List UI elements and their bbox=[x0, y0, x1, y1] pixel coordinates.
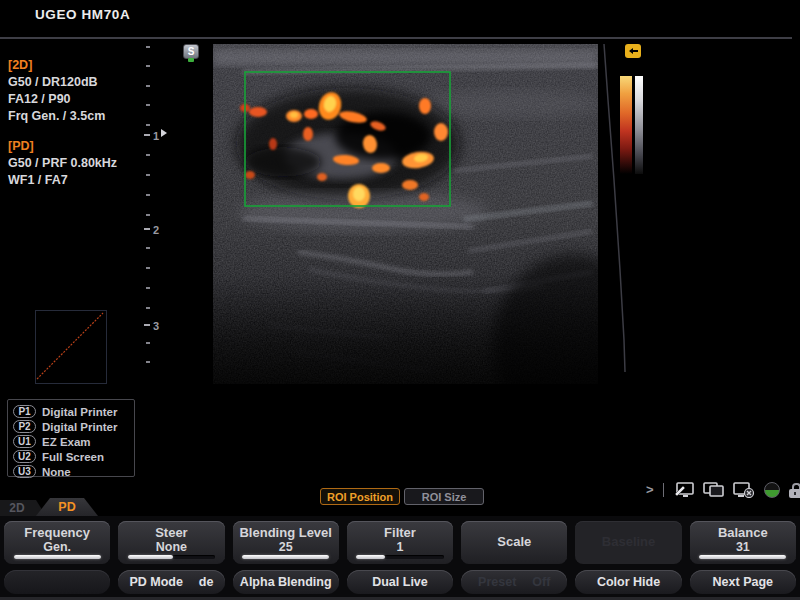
ruler-depth-label: 3 bbox=[153, 320, 159, 332]
softkey-baseline: Baseline bbox=[575, 521, 681, 564]
slider-track[interactable] bbox=[242, 555, 329, 559]
ruler-tick bbox=[146, 46, 150, 48]
orientation-marker: S bbox=[183, 44, 199, 59]
screen-annotate-icon bbox=[673, 482, 694, 498]
info-line: Frq Gen. / 3.5cm bbox=[8, 108, 117, 125]
ruler-tick bbox=[146, 247, 150, 249]
key-row: U3 None bbox=[13, 464, 134, 479]
system-title: UGEO HM70A bbox=[35, 7, 130, 22]
slider-track[interactable] bbox=[128, 555, 215, 559]
ruler-tick bbox=[146, 65, 150, 67]
divider bbox=[663, 483, 664, 497]
key-value: EZ Exam bbox=[42, 436, 91, 448]
lock-icon bbox=[789, 483, 800, 498]
info-line: FA12 / P90 bbox=[8, 91, 117, 108]
softkey-row-2: PD Mode de Alpha Blending Dual Live Pres… bbox=[0, 570, 800, 594]
tab-pd[interactable]: PD bbox=[36, 498, 98, 516]
key-badge: P1 bbox=[13, 405, 36, 418]
slider-track[interactable] bbox=[14, 555, 101, 559]
orientation-marker-dot bbox=[188, 58, 194, 62]
key-assignment-list: P1 Digital Printer P2 Digital Printer U1… bbox=[7, 399, 135, 477]
ruler-tick bbox=[146, 361, 150, 363]
display-disconnected-icon bbox=[733, 482, 755, 498]
grayscale-colorbar bbox=[635, 76, 643, 174]
slider-fill bbox=[242, 555, 329, 559]
key-value: Digital Printer bbox=[42, 406, 117, 418]
ultrasound-image bbox=[213, 44, 598, 480]
ruler-tick bbox=[146, 342, 150, 344]
ruler-tick bbox=[146, 214, 150, 216]
key-value: Digital Printer bbox=[42, 421, 117, 433]
color-map-icon bbox=[625, 44, 641, 58]
mode-label-pd: [PD] bbox=[8, 138, 117, 155]
key-row: U2 Full Screen bbox=[13, 449, 134, 464]
slider-fill bbox=[356, 555, 385, 559]
header-divider bbox=[0, 37, 792, 39]
slider-track[interactable] bbox=[356, 555, 443, 559]
status-icon-row: > bbox=[646, 481, 800, 499]
ruler-major-tick bbox=[144, 324, 150, 326]
info-line: WF1 / FA7 bbox=[8, 172, 117, 189]
slider-fill bbox=[128, 555, 173, 559]
softkey-scale[interactable]: Scale bbox=[461, 521, 567, 564]
ruler-depth-label: 2 bbox=[153, 224, 159, 236]
softkey-dual-live[interactable]: Dual Live bbox=[347, 570, 453, 594]
info-line: G50 / PRF 0.80kHz bbox=[8, 155, 117, 172]
post-curve-line bbox=[36, 311, 104, 381]
doppler-colorbar bbox=[620, 76, 632, 174]
ruler-major-tick bbox=[144, 134, 150, 136]
softkey-row-1: Frequency Gen. Steer None Blending Level… bbox=[0, 521, 800, 564]
post-curve-box bbox=[35, 310, 107, 384]
ruler-tick bbox=[146, 194, 150, 196]
softkey-blending-level[interactable]: Blending Level 25 bbox=[233, 521, 339, 564]
key-badge: U2 bbox=[13, 450, 36, 463]
key-value: None bbox=[42, 466, 71, 478]
slider-track[interactable] bbox=[699, 555, 786, 559]
softkey-panel: Frequency Gen. Steer None Blending Level… bbox=[0, 516, 800, 600]
softkey-pd-mode[interactable]: PD Mode de bbox=[118, 570, 224, 594]
tgc-curve[interactable] bbox=[598, 40, 638, 480]
softkey-color-hide[interactable]: Color Hide bbox=[575, 570, 681, 594]
softkey-filter[interactable]: Filter 1 bbox=[347, 521, 453, 564]
roi-size-button[interactable]: ROI Size bbox=[404, 488, 484, 505]
mode-label-2d: [2D] bbox=[8, 57, 117, 74]
key-badge: U3 bbox=[13, 465, 36, 478]
key-badge: U1 bbox=[13, 435, 36, 448]
ruler-tick bbox=[146, 85, 150, 87]
expand-chevron-icon[interactable]: > bbox=[646, 482, 654, 498]
roi-position-button[interactable]: ROI Position bbox=[320, 488, 400, 505]
info-line: G50 / DR120dB bbox=[8, 74, 117, 91]
softkey-frequency[interactable]: Frequency Gen. bbox=[4, 521, 110, 564]
key-row: P1 Digital Printer bbox=[13, 404, 134, 419]
status-sphere-icon bbox=[764, 482, 780, 498]
slider-fill bbox=[14, 555, 101, 559]
slider-fill bbox=[699, 555, 786, 559]
key-row: U1 EZ Exam bbox=[13, 434, 134, 449]
ruler-depth-label: 1 bbox=[153, 130, 159, 142]
ruler-tick bbox=[146, 287, 150, 289]
softkey-alpha-blending[interactable]: Alpha Blending bbox=[233, 570, 339, 594]
key-badge: P2 bbox=[13, 420, 36, 433]
key-value: Full Screen bbox=[42, 451, 104, 463]
ruler-tick bbox=[146, 307, 150, 309]
focus-marker-icon[interactable] bbox=[161, 129, 167, 137]
exam-info-panel: [2D] G50 / DR120dB FA12 / P90 Frq Gen. /… bbox=[8, 57, 117, 189]
ruler-tick bbox=[146, 174, 150, 176]
ruler-tick bbox=[146, 124, 150, 126]
key-row: P2 Digital Printer bbox=[13, 419, 134, 434]
ultrasound-screen: UGEO HM70A [2D] G50 / DR120dB FA12 / P90… bbox=[0, 0, 800, 600]
dual-display-icon bbox=[703, 482, 724, 498]
softkey-steer[interactable]: Steer None bbox=[118, 521, 224, 564]
ruler-tick bbox=[146, 154, 150, 156]
ruler-tick bbox=[146, 267, 150, 269]
softkey-next-page[interactable]: Next Page bbox=[690, 570, 796, 594]
softkey-balance[interactable]: Balance 31 bbox=[690, 521, 796, 564]
softkey-blank[interactable] bbox=[4, 570, 110, 594]
ruler-major-tick bbox=[144, 228, 150, 230]
ruler-tick bbox=[146, 104, 150, 106]
softkey-preset: Preset Off bbox=[461, 570, 567, 594]
